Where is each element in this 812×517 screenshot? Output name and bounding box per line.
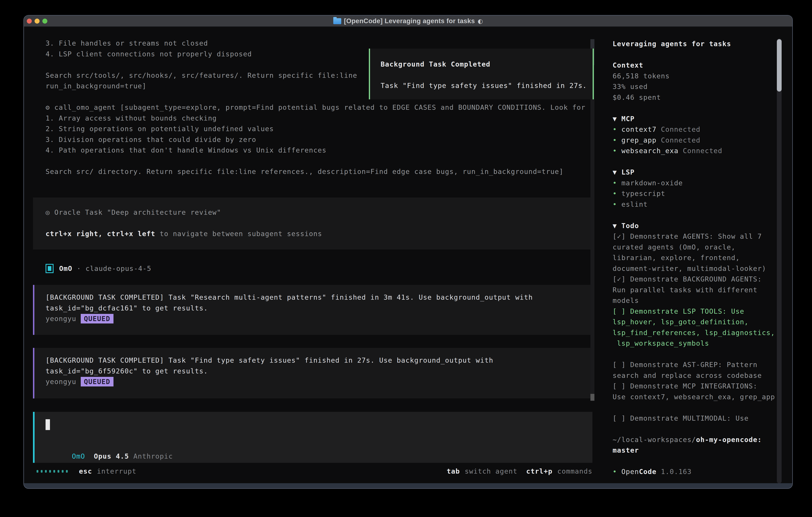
- context-spent: $0.46 spent: [613, 92, 788, 103]
- session-progress-icon: ◐: [478, 18, 483, 25]
- todo-item-line: [ ] Demonstrate AST-GREP: Pattern: [613, 359, 788, 370]
- status-dot-icon: •: [613, 124, 621, 135]
- todo-item-line: lsp_workspace_symbols: [613, 338, 788, 349]
- oracle-task-title: Oracle Task "Deep architecture review": [50, 208, 221, 216]
- mcp-server-row: •websearch_exa Connected: [613, 145, 788, 156]
- chat-scroll-position-marker[interactable]: [590, 394, 594, 401]
- status-badge: QUEUED: [81, 314, 114, 324]
- task-user: yeongyu: [46, 315, 76, 323]
- todo-section-header[interactable]: ▼Todo: [613, 220, 788, 231]
- todo-item-line: Run parallel tasks with different: [613, 285, 788, 296]
- status-dot-icon: •: [613, 466, 621, 477]
- activity-dots: [36, 470, 68, 472]
- esc-key-label: interrupt: [97, 467, 137, 475]
- lsp-server-row: •markdown-oxide: [613, 178, 788, 189]
- collapse-triangle-icon: ▼: [613, 115, 617, 123]
- task-message-line: task_id="bg_dcfac161" to get results.: [46, 303, 592, 314]
- oracle-task-box: ◎ Oracle Task "Deep architecture review"…: [33, 197, 592, 249]
- lsp-server-name: markdown-oxide: [621, 178, 683, 189]
- agent-model: claude-opus-4-5: [86, 265, 151, 272]
- window-bottom-edge: [24, 483, 792, 488]
- sidebar: Leveraging agents for tasks Context 66,5…: [613, 38, 788, 477]
- status-bar: esc interrupt tab switch agent ctrl+p co…: [36, 466, 592, 477]
- chat-line: 4. Path operations that don't handle Win…: [46, 145, 593, 156]
- navigation-hint-text: to navigate between subagent sessions: [155, 230, 322, 238]
- app-name: OpenCode: [621, 466, 657, 477]
- input-agent-name: OmO: [72, 452, 85, 460]
- background-task-message: [BACKGROUND TASK COMPLETED] Task "Find t…: [33, 348, 592, 399]
- toast-body: Task "Find type safety issues" finished …: [381, 80, 592, 91]
- chat-line: [46, 156, 593, 166]
- window-title: [OpenCode] Leveraging agents for tasks ◐: [24, 17, 792, 25]
- todo-item-line: [✓] Demonstrate BACKGROUND AGENTS:: [613, 274, 788, 285]
- task-user: yeongyu: [46, 378, 76, 386]
- context-used: 33% used: [613, 81, 788, 92]
- tab-key-hint: tab: [447, 467, 460, 475]
- input-model-name: Opus 4.5: [94, 452, 129, 460]
- chat-line: 1. Array access without bounds checking: [46, 113, 593, 124]
- minimize-button[interactable]: [35, 19, 39, 24]
- mcp-section-header[interactable]: ▼MCP: [613, 113, 788, 124]
- window-titlebar[interactable]: [OpenCode] Leveraging agents for tasks ◐: [24, 16, 792, 27]
- status-dot-icon: •: [613, 135, 621, 146]
- mcp-server-row: •context7 Connected: [613, 124, 788, 135]
- sidebar-scrollbar-thumb[interactable]: [777, 39, 782, 91]
- mcp-server-status: Connected: [657, 135, 700, 146]
- input-model-provider: Anthropic: [134, 452, 173, 460]
- zoom-button[interactable]: [42, 19, 47, 24]
- todo-item-line: [ ] Demonstrate MCP INTEGRATIONS:: [613, 381, 788, 392]
- todo-item-line: models: [613, 295, 788, 306]
- mcp-server-status: Connected: [657, 124, 700, 135]
- lsp-server-name: typescript: [621, 188, 665, 199]
- omo-agent-icon: [46, 264, 54, 273]
- esc-key-hint: esc: [79, 467, 92, 475]
- lsp-server-row: •typescript: [613, 188, 788, 199]
- app-version-row: •OpenCode 1.0.163: [613, 466, 788, 477]
- close-button[interactable]: [27, 19, 32, 24]
- chat-line: 2. String operations on potentially unde…: [46, 124, 593, 134]
- collapse-triangle-icon: ▼: [613, 168, 617, 176]
- context-heading: Context: [613, 60, 788, 71]
- input-model-info: OmOOpus 4.5Anthropic: [46, 440, 173, 451]
- status-dot-icon: •: [613, 178, 621, 189]
- agent-session-header: OmO · claude-opus-4-5: [46, 263, 151, 274]
- window-title-text: [OpenCode] Leveraging agents for tasks: [344, 17, 475, 25]
- status-badge: QUEUED: [81, 377, 114, 386]
- folder-icon: [333, 18, 341, 24]
- workspace-branch: master: [613, 445, 788, 456]
- lsp-section-header[interactable]: ▼LSP: [613, 167, 788, 178]
- todo-item-line: lsp_hover, lsp_goto_definition,: [613, 317, 788, 327]
- chat-line: 3. Division operations that could divide…: [46, 134, 593, 145]
- session-title: Leveraging agents for tasks: [613, 38, 788, 49]
- todo-item-line: [ ] Demonstrate MULTIMODAL: Use: [613, 413, 788, 424]
- status-dot-icon: •: [613, 145, 621, 156]
- task-message-line: task_id="bg_6f59260c" to get results.: [46, 366, 592, 377]
- ctrlp-key-hint: ctrl+p: [526, 467, 552, 475]
- background-task-message: [BACKGROUND TASK COMPLETED] Task "Resear…: [33, 285, 592, 335]
- todo-item-line: [✓] Demonstrate AGENTS: Show all 7: [613, 231, 788, 242]
- mcp-server-name: websearch_exa: [621, 145, 678, 156]
- mcp-server-row: •grep_app Connected: [613, 135, 788, 146]
- status-dot-icon: •: [613, 199, 621, 210]
- todo-item-line: librarian, explore, frontend,: [613, 252, 788, 263]
- opencode-terminal-window: [OpenCode] Leveraging agents for tasks ◐…: [23, 15, 793, 489]
- todo-item-line: search and replace across codebase: [613, 370, 788, 381]
- todo-item-line: curated agents (OmO, oracle,: [613, 242, 788, 253]
- lsp-server-row: •eslint: [613, 199, 788, 210]
- app-version: 1.0.163: [657, 466, 692, 477]
- traffic-lights: [27, 16, 47, 26]
- status-dot-icon: •: [613, 188, 621, 199]
- sidebar-scrollbar[interactable]: [777, 38, 782, 483]
- oracle-icon: ◎: [46, 208, 50, 216]
- todo-item-line: Use context7, websearch_exa, grep_app: [613, 392, 788, 403]
- ctrlp-key-label: commands: [557, 467, 592, 475]
- context-tokens: 66,518 tokens: [613, 71, 788, 82]
- navigation-hint-keys: ctrl+x right, ctrl+x left: [46, 230, 155, 238]
- task-message-line: [BACKGROUND TASK COMPLETED] Task "Resear…: [46, 292, 592, 303]
- lsp-server-name: eslint: [621, 199, 648, 210]
- mcp-server-name: grep_app: [621, 135, 657, 146]
- chat-line: 3. File handles or streams not closed: [46, 38, 593, 49]
- todo-item-line: document-writer, multimodal-looker): [613, 263, 788, 274]
- prompt-input[interactable]: OmOOpus 4.5Anthropic: [33, 412, 592, 463]
- mcp-server-name: context7: [621, 124, 657, 135]
